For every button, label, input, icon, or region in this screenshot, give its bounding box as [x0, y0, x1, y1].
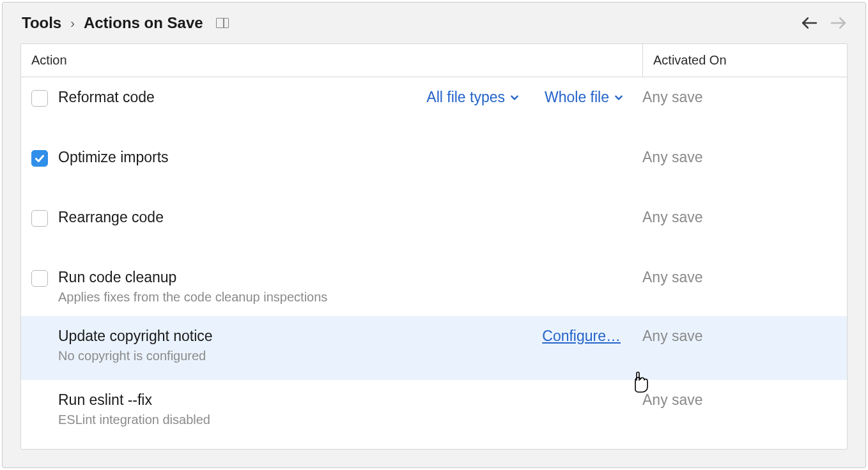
- breadcrumb-current: Actions on Save: [84, 14, 203, 32]
- link-configure-copyright[interactable]: Configure…: [542, 328, 623, 345]
- row-rearrange-code: Rearrange code Any save: [21, 197, 847, 257]
- breadcrumb: Tools › Actions on Save: [22, 14, 203, 32]
- layout-icon[interactable]: [216, 18, 229, 28]
- checkbox-code-cleanup[interactable]: [31, 270, 48, 287]
- activated-optimize-imports: Any save: [632, 149, 837, 166]
- sub-copyright: No copyright is configured: [58, 349, 542, 363]
- col-activated: Activated On: [642, 44, 847, 77]
- nav-back-button[interactable]: [800, 15, 818, 31]
- settings-window: Tools › Actions on Save Action Activated…: [2, 2, 866, 468]
- label-rearrange-code: Rearrange code: [58, 209, 632, 226]
- dropdown-file-types[interactable]: All file types: [426, 89, 519, 106]
- checkbox-optimize-imports[interactable]: [31, 150, 48, 167]
- activated-copyright: Any save: [632, 328, 837, 345]
- row-copyright: Update copyright notice No copyright is …: [21, 316, 847, 380]
- dropdown-file-types-label: All file types: [426, 89, 505, 106]
- chevron-down-icon: [614, 93, 623, 102]
- label-eslint: Run eslint --fix: [58, 391, 632, 409]
- row-optimize-imports: Optimize imports Any save: [21, 137, 847, 197]
- chevron-down-icon: [510, 93, 519, 102]
- checkbox-reformat-code[interactable]: [31, 90, 48, 107]
- header: Tools › Actions on Save: [3, 3, 865, 43]
- row-eslint: Run eslint --fix ESLint integration disa…: [21, 380, 847, 439]
- dropdown-scope-label: Whole file: [545, 89, 609, 106]
- col-action: Action: [21, 44, 642, 77]
- label-optimize-imports: Optimize imports: [58, 149, 632, 166]
- dropdown-scope[interactable]: Whole file: [545, 89, 623, 106]
- check-icon: [34, 153, 45, 164]
- breadcrumb-sep-icon: ›: [70, 16, 75, 31]
- sub-eslint: ESLint integration disabled: [58, 413, 632, 427]
- row-code-cleanup: Run code cleanup Applies fixes from the …: [21, 257, 847, 316]
- activated-code-cleanup: Any save: [632, 269, 837, 286]
- breadcrumb-parent[interactable]: Tools: [22, 14, 61, 32]
- label-reformat-code: Reformat code: [58, 89, 426, 106]
- table-header: Action Activated On: [21, 44, 847, 77]
- activated-reformat-code: Any save: [632, 89, 837, 106]
- checkbox-rearrange-code[interactable]: [31, 210, 48, 227]
- sub-code-cleanup: Applies fixes from the code cleanup insp…: [58, 290, 632, 305]
- label-copyright: Update copyright notice: [58, 328, 542, 345]
- nav-controls: [800, 15, 848, 31]
- activated-rearrange-code: Any save: [632, 209, 837, 226]
- nav-forward-button[interactable]: [830, 15, 848, 31]
- label-code-cleanup: Run code cleanup: [58, 269, 632, 286]
- row-reformat-code: Reformat code All file types Whole file …: [21, 77, 847, 137]
- actions-table: Action Activated On Reformat code All fi…: [20, 43, 848, 450]
- activated-eslint: Any save: [632, 391, 837, 409]
